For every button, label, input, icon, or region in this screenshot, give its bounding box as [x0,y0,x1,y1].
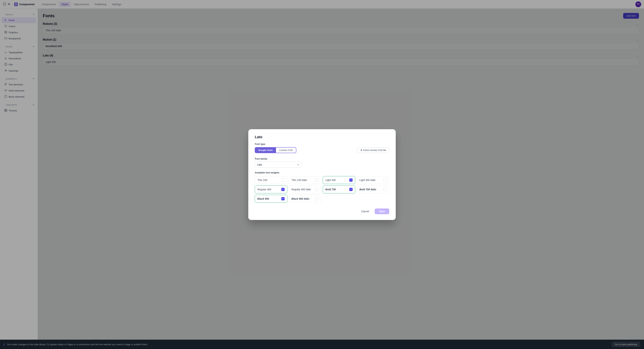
font-type-label: Font type [255,143,389,145]
weight-label: Light 300 [326,179,336,182]
weight-label: Black 900 [258,197,269,200]
weight-label: Thin 100 [258,179,267,182]
download-icon: ⬇ [360,149,362,151]
modal-title: Lato [255,135,389,139]
weight-light-300-italic[interactable]: Light 300 Italic [357,176,389,184]
weight-checkbox[interactable] [315,188,318,191]
font-family-label: Font family [255,157,389,160]
weight-checkbox[interactable] [281,188,284,191]
weight-regular-400[interactable]: Regular 400 [255,185,287,193]
weight-regular-400-italic[interactable]: Regular 400 Italic [289,185,321,193]
font-type-row: Google fonts Custom CSS ⬇ Fetch remote C… [255,147,389,153]
weight-checkbox[interactable] [315,197,318,200]
weight-black-900[interactable]: Black 900 [255,195,287,203]
weight-checkbox[interactable] [349,188,352,191]
font-type-tabs: Google fonts Custom CSS [255,147,296,153]
font-family-wrapper: Lato Roboto Open Sans Mulish [255,162,302,168]
weight-bold-700-italic[interactable]: Bold 700 Italic [357,185,389,193]
weight-checkbox[interactable] [315,178,318,182]
weight-label: Black 900 Italic [292,197,310,200]
google-fonts-tab[interactable]: Google fonts [255,148,276,153]
weight-label: Bold 700 Italic [360,188,376,191]
modal-footer: Cancel Save [255,208,389,214]
weights-label: Available font weights [255,171,389,174]
weight-thin-100-italic[interactable]: Thin 100 Italic [289,176,321,184]
weight-checkbox[interactable] [383,188,386,191]
font-weights-grid: Thin 100 Thin 100 Italic Light 300 Light… [255,176,389,203]
weight-label: Light 300 Italic [360,179,376,182]
fetch-label: Fetch remote CSS file [363,149,386,151]
weight-checkbox[interactable] [281,197,284,200]
weight-checkbox[interactable] [281,178,284,182]
modal-overlay: Lato Font type Google fonts Custom CSS ⬇… [0,0,644,349]
modal: Lato Font type Google fonts Custom CSS ⬇… [248,129,396,220]
weight-label: Bold 700 [326,188,336,191]
weight-label: Regular 400 [258,188,271,191]
weight-black-900-italic[interactable]: Black 900 Italic [289,195,321,203]
weight-thin-100[interactable]: Thin 100 [255,176,287,184]
font-family-select[interactable]: Lato Roboto Open Sans Mulish [255,162,302,168]
fetch-remote-css-button[interactable]: ⬇ Fetch remote CSS file [357,147,389,153]
save-button[interactable]: Save [375,208,389,214]
cancel-button[interactable]: Cancel [358,208,373,214]
weight-light-300[interactable]: Light 300 [323,176,355,184]
weight-checkbox[interactable] [349,178,352,182]
weight-label: Regular 400 Italic [292,188,311,191]
weight-checkbox[interactable] [383,178,386,182]
custom-css-tab[interactable]: Custom CSS [276,148,296,153]
weight-bold-700[interactable]: Bold 700 [323,185,355,193]
weight-label: Thin 100 Italic [292,179,307,182]
